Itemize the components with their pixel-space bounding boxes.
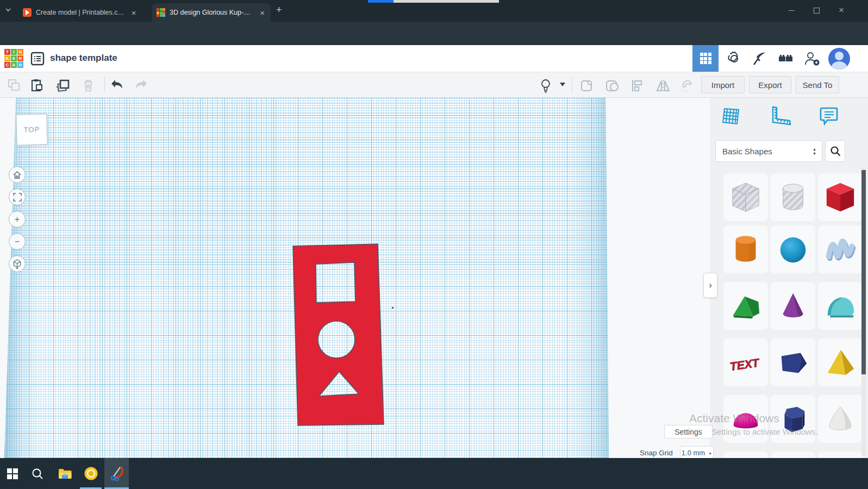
- window-restore-button[interactable]: [808, 2, 825, 18]
- logo-tile: R: [17, 55, 23, 61]
- tab-close-icon[interactable]: ×: [258, 9, 266, 17]
- panel-collapse-button[interactable]: ›: [703, 273, 717, 298]
- logo-tile: T: [4, 49, 10, 55]
- duplicate-icon[interactable]: [55, 79, 70, 92]
- logo-tile: N: [17, 49, 23, 55]
- paste-icon[interactable]: [30, 79, 43, 92]
- send-to-button[interactable]: Send To: [796, 76, 839, 93]
- invite-collaborator-button[interactable]: [799, 45, 825, 72]
- tab-title: Create model | Printables.com: [36, 9, 125, 16]
- windows-logo-icon: [7, 468, 18, 479]
- cursor-dot: [392, 307, 394, 309]
- screen: Create model | Printables.com × 3D desig…: [0, 0, 868, 489]
- hand-icon: [726, 51, 742, 67]
- shape-card-paraboloid[interactable]: [818, 395, 863, 443]
- undo-icon[interactable]: [110, 79, 123, 91]
- tinkercad-logo[interactable]: T I N K E R C A D: [4, 49, 23, 68]
- mirror-icon[interactable]: [655, 79, 671, 93]
- top-progress-bar-fill: [368, 0, 394, 3]
- logo-tile: I: [11, 49, 17, 55]
- tinkercad-header: T I N K E R C A D shape template: [0, 45, 868, 72]
- grid-icon: [700, 53, 711, 64]
- snap-grid-dropdown[interactable]: 1.0 mm ▲: [680, 446, 714, 459]
- tab-close-icon[interactable]: ×: [129, 9, 138, 17]
- redo-icon[interactable]: [135, 79, 148, 91]
- logo-tile: A: [11, 62, 17, 68]
- design-properties-icon[interactable]: [30, 52, 45, 66]
- shape-card-roof[interactable]: [723, 282, 768, 330]
- snap-grid-value: 1.0 mm: [682, 449, 705, 457]
- person-plus-icon: [803, 51, 821, 67]
- windows-taskbar: 2:27 PM 5/18/2024 2: [0, 458, 868, 489]
- ungroup-icon[interactable]: [604, 79, 619, 93]
- account-avatar[interactable]: [828, 48, 850, 70]
- hand-tinker-button[interactable]: [721, 45, 747, 72]
- shape-card-pyramid[interactable]: [818, 338, 863, 386]
- start-button[interactable]: [0, 458, 25, 489]
- design-title[interactable]: shape template: [50, 53, 117, 64]
- copy-icon[interactable]: [8, 79, 20, 91]
- text-shape-glyph: TEXT: [729, 356, 760, 373]
- shape-card-cylinder-transparent[interactable]: [771, 173, 815, 221]
- search-icon: [32, 468, 43, 480]
- shape-card-round-roof[interactable]: [818, 282, 863, 330]
- shape-card-box[interactable]: [818, 173, 863, 221]
- snap-grid-label: Snap Grid: [640, 449, 673, 457]
- group-icon[interactable]: [579, 79, 594, 93]
- shape-card-cylinder[interactable]: [723, 225, 768, 273]
- export-button[interactable]: Export: [749, 76, 791, 93]
- edit-toolbar: Import Export Send To: [0, 72, 868, 98]
- shape-card-scribble[interactable]: [818, 225, 863, 273]
- shapes-view-button[interactable]: [692, 45, 719, 72]
- shape-card-cone[interactable]: [771, 282, 815, 330]
- shape-card-half-sphere[interactable]: [723, 395, 768, 443]
- shapes-panel: Basic Shapes ▲▼: [710, 98, 868, 458]
- tab-tinkercad[interactable]: 3D design Glorious Kup-Turing ×: [152, 3, 271, 22]
- toolbar-divider: [572, 77, 572, 92]
- taskbar-search-button[interactable]: [25, 458, 50, 489]
- tinkercad-favicon: [157, 8, 165, 17]
- import-button[interactable]: Import: [701, 76, 745, 93]
- align-icon[interactable]: [630, 79, 644, 93]
- notes-tool-icon[interactable]: [817, 105, 839, 127]
- shape-card-sphere[interactable]: [771, 225, 815, 273]
- workplane-tool-icon[interactable]: [721, 106, 742, 127]
- panel-scrollbar-thumb[interactable]: [861, 170, 866, 374]
- grid-settings-button[interactable]: Settings: [664, 425, 713, 438]
- toolbar-divider: [104, 77, 105, 92]
- taskbar-explorer-button[interactable]: [52, 458, 77, 489]
- snipping-tool-icon: [110, 466, 124, 481]
- file-explorer-icon: [58, 468, 72, 479]
- browser-tab-strip: Create model | Printables.com × 3D desig…: [0, 0, 868, 22]
- pickaxe-icon: [752, 51, 768, 67]
- shape-card-hexagonal-prism[interactable]: [771, 395, 815, 443]
- shape-card-text[interactable]: TEXT: [723, 338, 768, 386]
- window-close-button[interactable]: ×: [833, 2, 850, 18]
- minimize-icon: [789, 10, 795, 11]
- magnet-snap-icon[interactable]: [679, 79, 695, 93]
- red-template-shape[interactable]: [0, 98, 614, 458]
- taskbar-chrome-canary-button[interactable]: [78, 458, 103, 489]
- tab-search-chevron-icon[interactable]: [4, 6, 12, 14]
- shape-card-polygon[interactable]: [771, 338, 815, 386]
- delete-icon[interactable]: [83, 79, 94, 92]
- show-all-bulb-icon[interactable]: [540, 79, 552, 93]
- ruler-tool-icon[interactable]: [770, 106, 792, 127]
- window-minimize-button[interactable]: [783, 2, 800, 18]
- logo-tile: E: [11, 55, 17, 61]
- show-all-caret-icon[interactable]: [560, 83, 565, 86]
- new-tab-button[interactable]: +: [276, 4, 282, 16]
- shape-category-label: Basic Shapes: [722, 147, 813, 156]
- printables-favicon: [23, 8, 32, 17]
- shape-category-dropdown[interactable]: Basic Shapes ▲▼: [715, 140, 822, 162]
- tab-printables[interactable]: Create model | Printables.com ×: [18, 3, 142, 22]
- taskbar-snip-active-tile[interactable]: [104, 458, 129, 489]
- tab-title: 3D design Glorious Kup-Turing: [170, 9, 254, 16]
- shape-search-button[interactable]: [825, 140, 845, 162]
- lego-bricks-icon: [778, 52, 794, 65]
- bricks-export-button[interactable]: [773, 45, 799, 72]
- chrome-canary-icon: [84, 467, 98, 480]
- shape-card-box-transparent[interactable]: [723, 173, 768, 221]
- minecraft-export-button[interactable]: [747, 45, 773, 72]
- logo-tile: D: [17, 62, 23, 68]
